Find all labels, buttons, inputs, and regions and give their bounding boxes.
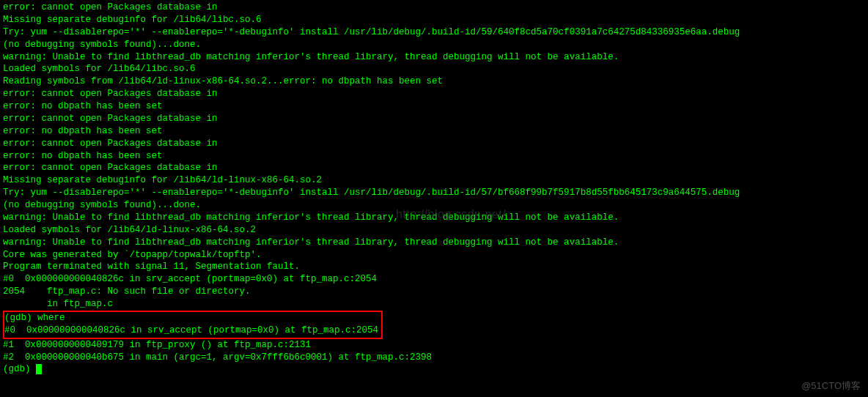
output-line: in ftp_map.c: [3, 298, 865, 311]
output-line: error: cannot open Packages database in: [3, 113, 865, 125]
stack-frame-0: #0 0x000000000040826c in srv_accept (por…: [4, 324, 378, 337]
watermark-text: http://blog.csdn.net/: [396, 207, 506, 223]
terminal-output: error: cannot open Packages database in …: [3, 1, 865, 376]
output-line: error: cannot open Packages database in: [3, 1, 865, 14]
output-line: Try: yum --disablerepo='*' --enablerepo=…: [3, 187, 865, 199]
output-line: (no debugging symbols found)...done.: [3, 39, 865, 51]
gdb-prompt-line[interactable]: (gdb): [3, 363, 865, 376]
output-line: error: cannot open Packages database in: [3, 138, 865, 150]
output-line: error: no dbpath has been set: [3, 125, 865, 138]
output-line: #0 0x000000000040826c in srv_accept (por…: [3, 273, 865, 286]
output-line: error: no dbpath has been set: [3, 150, 865, 163]
output-line: warning: Unable to find libthread_db mat…: [3, 237, 865, 249]
output-line: Missing separate debuginfo for /lib64/li…: [3, 14, 865, 26]
stack-frame-1: #1 0x0000000000409179 in ftp_proxy () at…: [3, 339, 865, 352]
output-line: warning: Unable to find libthread_db mat…: [3, 51, 865, 64]
output-line: error: cannot open Packages database in: [3, 88, 865, 100]
output-line: Try: yum --disablerepo='*' --enablerepo=…: [3, 26, 865, 39]
cursor-icon: [36, 364, 42, 374]
output-line: Loaded symbols for /lib64/libc.so.6: [3, 63, 865, 75]
output-line: Loaded symbols for /lib64/ld-linux-x86-6…: [3, 224, 865, 237]
highlighted-region: (gdb) where #0 0x000000000040826c in srv…: [3, 311, 383, 339]
stack-frame-2: #2 0x000000000040b675 in main (argc=1, a…: [3, 352, 865, 364]
gdb-prompt: (gdb): [3, 364, 36, 374]
output-line: Reading symbols from /lib64/ld-linux-x86…: [3, 75, 865, 88]
output-line: error: no dbpath has been set: [3, 100, 865, 113]
output-line: Missing separate debuginfo for /lib64/ld…: [3, 174, 865, 187]
output-line: Program terminated with signal 11, Segme…: [3, 261, 865, 273]
gdb-where-command: (gdb) where: [4, 312, 378, 324]
output-line: 2054 ftp_map.c: No such file or director…: [3, 286, 865, 298]
output-line: Core was generated by `/topapp/topwalk/t…: [3, 249, 865, 261]
corner-watermark: @51CTO博客: [801, 379, 861, 393]
output-line: error: cannot open Packages database in: [3, 162, 865, 174]
